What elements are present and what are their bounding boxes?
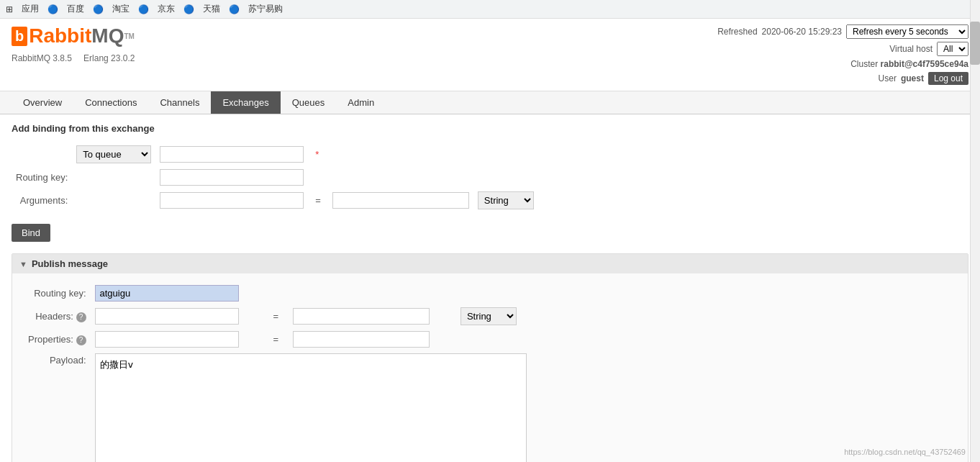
logo-tm-text: TM xyxy=(124,32,134,40)
publish-headers-row: Headers: ? = String N xyxy=(24,304,531,328)
user-value: guest xyxy=(901,73,924,83)
binding-routing-input[interactable] xyxy=(160,169,304,186)
browser-app[interactable]: 应用 xyxy=(22,3,39,15)
publish-properties-label: Properties: ? xyxy=(24,328,91,350)
publish-section-header[interactable]: ▼ Publish message xyxy=(12,254,968,273)
browser-icon: ⊞ xyxy=(6,4,13,14)
browser-bar: ⊞ 应用 🔵 百度 🔵 淘宝 🔵 京东 🔵 天猫 🔵 苏宁易购 xyxy=(0,0,980,19)
publish-section-title: Publish message xyxy=(32,258,108,269)
cluster-row: Cluster rabbit@c4f7595ce94a xyxy=(717,59,968,69)
main-nav: Overview Connections Channels Exchanges … xyxy=(0,91,980,114)
nav-connections[interactable]: Connections xyxy=(73,91,148,114)
publish-props-key-input[interactable] xyxy=(95,331,239,348)
main-content: Add binding from this exchange To queue … xyxy=(0,114,980,462)
binding-arguments-label: Arguments: xyxy=(12,189,72,212)
logo-icon: b xyxy=(12,27,27,46)
publish-props-value-input[interactable] xyxy=(293,331,430,348)
publish-routing-row: Routing key: xyxy=(24,282,531,304)
collapse-icon: ▼ xyxy=(19,260,27,268)
browser-suning[interactable]: 苏宁易购 xyxy=(248,3,283,15)
refreshed-label: Refreshed xyxy=(717,27,757,37)
browser-sep2: 🔵 xyxy=(93,4,104,14)
cluster-label: Cluster xyxy=(850,59,878,69)
user-label: User xyxy=(879,73,897,83)
properties-help-icon[interactable]: ? xyxy=(76,335,86,345)
publish-headers-type-select[interactable]: String Number Boolean xyxy=(460,307,517,325)
publish-headers-key-input[interactable] xyxy=(95,308,239,325)
vhost-label: Virtual host xyxy=(889,44,933,54)
nav-admin[interactable]: Admin xyxy=(336,91,386,114)
props-eq-sign: = xyxy=(273,334,279,345)
browser-sep5: 🔵 xyxy=(229,4,240,14)
header: bRabbitMQTM RabbitMQ 3.8.5 Erlang 23.0.2… xyxy=(0,19,980,91)
publish-payload-row: Payload: xyxy=(24,350,531,462)
binding-to-label-cell xyxy=(12,142,72,166)
headers-eq-sign: = xyxy=(273,311,279,322)
publish-headers-label: Headers: ? xyxy=(24,304,91,328)
vhost-row: Virtual host All / xyxy=(717,42,968,56)
logo-mq-text: MQ xyxy=(91,24,124,47)
binding-to-select[interactable]: To queue To exchange xyxy=(76,145,151,163)
browser-sep4: 🔵 xyxy=(183,4,194,14)
headers-help-icon[interactable]: ? xyxy=(76,312,86,322)
browser-baidu[interactable]: 百度 xyxy=(67,3,84,15)
refreshed-time: 2020-06-20 15:29:23 xyxy=(762,27,842,37)
required-star: * xyxy=(315,149,319,160)
browser-jd[interactable]: 京东 xyxy=(158,3,175,15)
erlang-version: Erlang 23.0.2 xyxy=(83,53,135,63)
refresh-row: Refreshed 2020-06-20 15:29:23 Refresh ev… xyxy=(717,24,968,39)
browser-sep3: 🔵 xyxy=(138,4,149,14)
binding-arguments-row: Arguments: = String Number Boolean xyxy=(12,189,538,212)
nav-exchanges[interactable]: Exchanges xyxy=(211,91,280,114)
scrollbar[interactable] xyxy=(970,0,980,462)
binding-to-select-cell: To queue To exchange xyxy=(72,142,155,166)
binding-args-value-input[interactable] xyxy=(332,192,469,209)
vhost-select[interactable]: All / xyxy=(937,42,968,56)
scrollbar-thumb[interactable] xyxy=(970,22,980,65)
binding-routing-row: Routing key: xyxy=(12,166,538,189)
cluster-value: rabbit@c4f7595ce94a xyxy=(881,59,968,69)
user-row: User guest Log out xyxy=(717,72,968,85)
nav-queues[interactable]: Queues xyxy=(281,91,337,114)
binding-to-input[interactable] xyxy=(160,146,304,163)
browser-sep: 🔵 xyxy=(47,4,58,14)
refresh-select[interactable]: Refresh every 5 seconds Refresh every 10… xyxy=(846,24,968,39)
logout-button[interactable]: Log out xyxy=(928,72,968,85)
version-info: RabbitMQ 3.8.5 Erlang 23.0.2 xyxy=(12,53,135,63)
binding-form: To queue To exchange * Routing key: Argu… xyxy=(12,142,538,212)
binding-section-title: Add binding from this exchange xyxy=(12,123,968,134)
logo: bRabbitMQTM RabbitMQ 3.8.5 Erlang 23.0.2 xyxy=(12,24,135,63)
publish-routing-input[interactable] xyxy=(95,285,239,302)
eq-sign: = xyxy=(315,195,321,206)
nav-channels[interactable]: Channels xyxy=(148,91,211,114)
binding-args-key-input[interactable] xyxy=(160,192,304,209)
publish-section: ▼ Publish message Routing key: Headers: … xyxy=(12,253,968,462)
binding-type-select[interactable]: String Number Boolean xyxy=(478,191,534,209)
logo-area: bRabbitMQTM RabbitMQ 3.8.5 Erlang 23.0.2 xyxy=(12,24,135,63)
publish-properties-row: Properties: ? = xyxy=(24,328,531,350)
publish-section-body: Routing key: Headers: ? = xyxy=(12,273,968,462)
watermark: https://blog.csdn.net/qq_43752469 xyxy=(844,448,966,456)
binding-to-row: To queue To exchange * xyxy=(12,142,538,166)
publish-payload-textarea[interactable] xyxy=(95,353,527,462)
header-right: Refreshed 2020-06-20 15:29:23 Refresh ev… xyxy=(717,24,968,85)
publish-payload-label: Payload: xyxy=(24,350,91,462)
browser-taobao[interactable]: 淘宝 xyxy=(112,3,130,15)
logo-rabbit-text: Rabbit xyxy=(29,24,91,47)
browser-tianmao[interactable]: 天猫 xyxy=(203,3,220,15)
rabbitmq-version: RabbitMQ 3.8.5 xyxy=(12,53,72,63)
nav-overview[interactable]: Overview xyxy=(12,91,73,114)
bind-button[interactable]: Bind xyxy=(12,224,50,242)
binding-routing-label: Routing key: xyxy=(12,166,72,189)
publish-routing-label: Routing key: xyxy=(24,282,91,304)
publish-headers-value-input[interactable] xyxy=(293,308,430,325)
publish-form: Routing key: Headers: ? = xyxy=(24,282,531,462)
